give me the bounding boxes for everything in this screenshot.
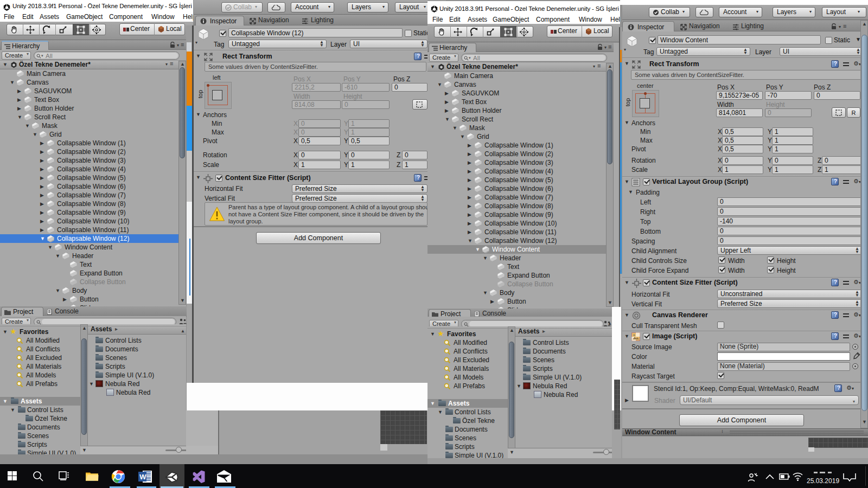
- svg-text:W: W: [139, 473, 146, 481]
